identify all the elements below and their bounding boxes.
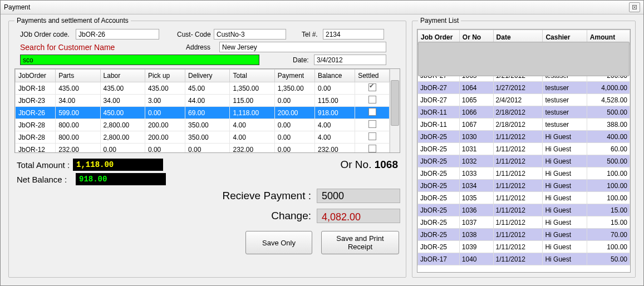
job-grid-scrollbar[interactable]: [390, 69, 400, 152]
table-row[interactable]: JbOR-2510351/11/2012Hi Guest100.00: [418, 192, 630, 204]
settled-checkbox[interactable]: [368, 108, 376, 116]
job-col-header[interactable]: Payment: [274, 70, 314, 82]
table-row[interactable]: JbOR-2510361/11/2012Hi Guest15.00: [418, 204, 630, 216]
settled-checkbox[interactable]: [368, 96, 376, 103]
search-label: Search for Customer Name: [20, 43, 165, 52]
settled-checkbox[interactable]: [368, 83, 376, 91]
table-row[interactable]: JbOR-2510321/11/2012Hi Guest500.00: [418, 155, 630, 167]
table-row[interactable]: JbOR-26599.00450.000.0069.001,118.00200.…: [16, 107, 390, 119]
job-col-header[interactable]: Balance: [314, 70, 355, 82]
job-order-code-label: JOb Order code.: [20, 31, 76, 38]
net-balance-label: Net Balance :: [17, 175, 72, 184]
receive-payment-label: Recieve Payment :: [14, 190, 311, 202]
cust-code-input[interactable]: [214, 29, 286, 40]
table-row[interactable]: JbOR-2334.0034.003.0044.00115.000.00115.…: [16, 95, 390, 107]
close-icon[interactable]: [629, 2, 640, 12]
payment-list-group: Payment List Job OrderOr NoDateCashierAm…: [412, 21, 636, 278]
date-label: Date:: [293, 56, 314, 64]
date-input[interactable]: [314, 55, 386, 65]
table-row[interactable]: JbOR-2510381/11/2012Hi Guest70.00: [418, 229, 630, 241]
job-col-header[interactable]: Pick up: [145, 70, 185, 82]
save-print-button[interactable]: Save and Print Receipt: [321, 231, 399, 254]
table-row[interactable]: JbOR-1710401/11/2012Hi Guest50.00: [418, 253, 630, 265]
cust-code-label: Cust- Code: [177, 31, 214, 38]
table-row[interactable]: JbOR-28800.002,800.00200.00350.004.000.0…: [16, 119, 390, 131]
job-col-header[interactable]: Parts: [56, 70, 100, 82]
table-row[interactable]: JbOR-2510311/11/2012Hi Guest60.00: [418, 143, 630, 155]
job-col-header[interactable]: Settled: [355, 70, 390, 82]
payment-list-grid[interactable]: Job OrderOr NoDateCashierAmount JbOR-261…: [417, 29, 631, 273]
payment-list-title: Payment List: [418, 17, 461, 24]
job-order-code-input[interactable]: [76, 29, 159, 40]
table-row[interactable]: JbOR-28800.002,800.00200.00350.004.000.0…: [16, 131, 390, 144]
table-row[interactable]: JbOR-2510371/11/2012Hi Guest15.00: [418, 216, 630, 229]
or-no-label: Or No. 1068: [340, 159, 398, 171]
payment-window: Payment Payments and settlement of Accou…: [0, 0, 644, 286]
address-label: Address: [186, 43, 219, 51]
table-row[interactable]: JbOR-2510331/11/2012Hi Guest100.00: [418, 167, 630, 180]
table-row[interactable]: JbOR-2510301/11/2012Hi Guest400.00: [418, 131, 630, 143]
table-row[interactable]: JbOR-1110672/18/2012testuser388.00: [418, 119, 630, 131]
or-no-text: Or No.: [340, 159, 371, 170]
job-col-header[interactable]: Labor: [100, 70, 145, 82]
tel-label: Tel #.: [302, 31, 323, 38]
settled-checkbox[interactable]: [368, 132, 376, 140]
job-col-header[interactable]: Delivery: [185, 70, 230, 82]
settled-checkbox[interactable]: [368, 120, 376, 128]
job-col-header[interactable]: Total: [230, 70, 274, 82]
table-row[interactable]: JbOR-18435.00435.00435.0045.001,350.001,…: [16, 82, 390, 95]
settled-checkbox[interactable]: [368, 145, 376, 152]
tel-input[interactable]: [323, 29, 384, 40]
search-input[interactable]: [20, 55, 259, 65]
window-title: Payment: [4, 1, 30, 14]
table-row[interactable]: JbOR-1110662/18/2012testuser500.00: [418, 106, 630, 119]
change-label: Change:: [14, 210, 311, 222]
accounts-group-title: Payments and settlement of Accounts: [14, 17, 131, 24]
or-no-value: 1068: [375, 159, 398, 170]
table-row[interactable]: JbOR-2710641/27/2012testuser4,000.00: [418, 82, 630, 94]
total-amount-label: Total Amount :: [17, 160, 70, 170]
change-display: 4,082.00: [317, 209, 400, 223]
table-row[interactable]: JbOR-2510341/11/2012Hi Guest100.00: [418, 180, 630, 192]
address-input[interactable]: [219, 42, 386, 52]
job-col-header[interactable]: JobOrder: [16, 70, 56, 82]
job-order-grid[interactable]: JobOrderPartsLaborPick upDeliveryTotalPa…: [14, 68, 400, 153]
net-balance-display: 918.00: [76, 173, 166, 185]
table-row[interactable]: JbOR-2710652/4/2012testuser4,528.00: [418, 94, 630, 106]
receive-payment-input[interactable]: [317, 189, 400, 203]
total-amount-display: 1,118.00: [73, 159, 163, 171]
accounts-group: Payments and settlement of Accounts JOb …: [8, 21, 406, 278]
table-row[interactable]: JbOR-2510391/11/2012Hi Guest100.00: [418, 241, 630, 253]
table-row[interactable]: JbOR-12232.000.000.000.00232.000.00232.0…: [16, 144, 390, 153]
titlebar: Payment: [1, 1, 643, 14]
save-only-button[interactable]: Save Only: [245, 231, 312, 254]
